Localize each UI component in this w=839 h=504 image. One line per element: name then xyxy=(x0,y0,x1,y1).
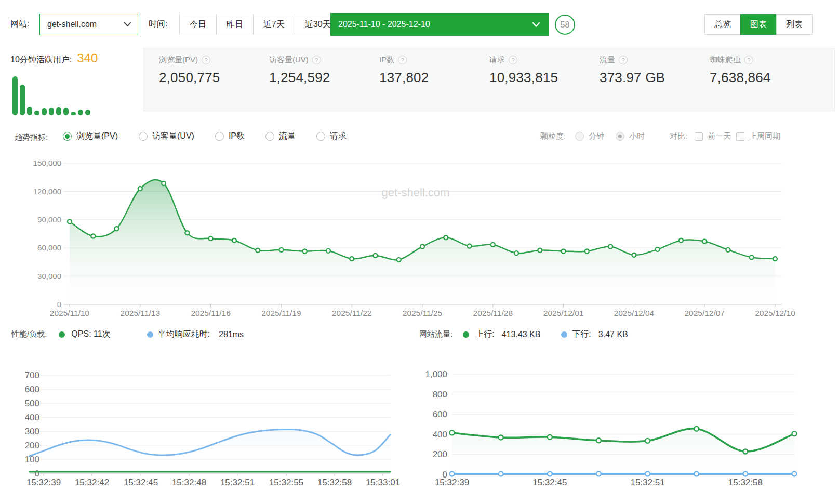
stat-card: 访客量(UV)?1,254,592 xyxy=(254,55,364,86)
svg-text:700: 700 xyxy=(25,370,39,380)
date-range-value: 2025-11-10 - 2025-12-10 xyxy=(338,20,430,29)
activity-bar xyxy=(56,107,61,115)
help-icon[interactable]: ? xyxy=(744,56,753,64)
stat-value: 373.97 GB xyxy=(600,70,695,86)
option-label: 请求 xyxy=(330,131,347,142)
view-tab-chart[interactable]: 图表 xyxy=(740,14,777,35)
stat-label: 浏览量(PV) xyxy=(159,55,198,65)
radio-icon xyxy=(575,132,584,141)
checkbox-icon xyxy=(695,132,703,141)
svg-text:800: 800 xyxy=(433,390,447,400)
activity-bar xyxy=(42,108,47,115)
stat-label: 流量 xyxy=(600,55,615,65)
performance-chart[interactable]: 010020030040050060070015:32:3915:32:4215… xyxy=(0,353,410,501)
activity-bar xyxy=(85,110,90,115)
compare-option-0[interactable]: 前一天 xyxy=(695,131,731,141)
activity-bar xyxy=(20,85,25,115)
stat-value: 1,254,592 xyxy=(269,70,364,86)
svg-text:get-shell.com: get-shell.com xyxy=(382,186,450,199)
help-icon[interactable]: ? xyxy=(398,56,407,64)
time-range-group: 今日昨日近7天近30天 xyxy=(179,14,341,35)
svg-text:15:32:58: 15:32:58 xyxy=(728,478,763,487)
active-users-sparkline xyxy=(12,76,90,115)
stat-card: 浏览量(PV)?2,050,775 xyxy=(144,55,254,86)
svg-text:400: 400 xyxy=(25,413,39,422)
activity-bar xyxy=(78,110,83,115)
activity-bar xyxy=(63,108,69,115)
trend-metric-option-0[interactable]: 浏览量(PV) xyxy=(63,131,118,142)
svg-text:60,000: 60,000 xyxy=(37,243,61,252)
trend-metric-option-4[interactable]: 请求 xyxy=(316,131,347,142)
stat-label: 访客量(UV) xyxy=(269,55,309,65)
downstream-dot-icon xyxy=(561,331,567,338)
upstream-dot-icon xyxy=(463,331,469,338)
time-button-0[interactable]: 今日 xyxy=(179,14,217,35)
active-users-label: 10分钟活跃用户: xyxy=(10,55,72,65)
pv-trend-chart[interactable]: 030,00060,00090,000120,000150,0002025/11… xyxy=(0,151,839,322)
activity-bar xyxy=(49,108,54,115)
granularity-option-0[interactable]: 分钟 xyxy=(575,131,604,141)
view-tab-list[interactable]: 列表 xyxy=(776,14,813,35)
svg-text:30,000: 30,000 xyxy=(37,272,61,281)
stat-card: 流量?373.97 GB xyxy=(584,55,695,86)
svg-text:15:33:01: 15:33:01 xyxy=(366,478,400,487)
option-label: 流量 xyxy=(279,131,296,142)
svg-text:200: 200 xyxy=(25,441,39,450)
trend-metric-option-2[interactable]: IP数 xyxy=(215,131,245,142)
svg-text:15:32:55: 15:32:55 xyxy=(269,478,303,487)
chevron-down-icon xyxy=(532,22,540,28)
time-button-1[interactable]: 昨日 xyxy=(216,14,254,35)
radio-icon xyxy=(63,132,72,141)
help-icon[interactable]: ? xyxy=(202,56,210,64)
granularity-option-1[interactable]: 小时 xyxy=(616,131,645,141)
stat-card: 蜘蛛爬虫?7,638,864 xyxy=(695,55,805,86)
trend-metric-option-1[interactable]: 访客量(UV) xyxy=(139,131,194,142)
svg-text:500: 500 xyxy=(25,399,39,408)
checkbox-icon xyxy=(736,132,744,141)
help-icon[interactable]: ? xyxy=(619,56,628,64)
compare-label: 对比: xyxy=(670,131,687,141)
qps-dot-icon xyxy=(59,331,65,338)
svg-text:2025/11/22: 2025/11/22 xyxy=(332,309,371,317)
svg-text:600: 600 xyxy=(433,409,447,419)
refresh-countdown: 58 xyxy=(555,15,575,35)
activity-bar xyxy=(27,107,32,115)
option-label: 分钟 xyxy=(589,131,604,141)
svg-text:2025/12/04: 2025/12/04 xyxy=(614,309,655,317)
option-label: 浏览量(PV) xyxy=(76,131,118,142)
website-select-value: get-shell.com xyxy=(47,20,97,29)
svg-text:15:32:58: 15:32:58 xyxy=(317,478,352,487)
help-icon[interactable]: ? xyxy=(312,56,321,64)
radio-icon xyxy=(265,132,274,141)
option-label: 小时 xyxy=(629,131,645,141)
trend-metric-option-3[interactable]: 流量 xyxy=(265,131,296,142)
stat-value: 7,638,864 xyxy=(710,70,805,86)
svg-text:2025/12/01: 2025/12/01 xyxy=(543,309,584,317)
traffic-legend-label: 网站流量: xyxy=(419,329,452,339)
view-tab-overview[interactable]: 总览 xyxy=(704,14,741,35)
svg-text:150,000: 150,000 xyxy=(33,158,61,167)
qps-legend-value: QPS: 11次 xyxy=(71,329,110,340)
radio-icon xyxy=(616,132,624,141)
active-users: 10分钟活跃用户: 340 xyxy=(10,51,98,65)
svg-text:600: 600 xyxy=(25,384,39,394)
svg-text:2025/11/16: 2025/11/16 xyxy=(191,309,230,317)
date-range-button[interactable]: 2025-11-10 - 2025-12-10 xyxy=(330,13,549,36)
website-select[interactable]: get-shell.com xyxy=(39,14,138,35)
svg-text:1,000: 1,000 xyxy=(425,369,447,379)
svg-text:2025/11/13: 2025/11/13 xyxy=(121,309,160,317)
traffic-chart[interactable]: 02004006008001,00015:32:3915:32:4515:32:… xyxy=(413,353,839,501)
svg-text:15:32:51: 15:32:51 xyxy=(220,478,255,487)
performance-legend-label: 性能/负载: xyxy=(11,329,47,339)
compare-options: 前一天上周同期 xyxy=(695,131,780,141)
stat-card: 请求?10,933,815 xyxy=(474,55,584,86)
response-time-value: 281ms xyxy=(219,330,244,339)
option-label: 上周同期 xyxy=(749,131,780,141)
response-time-label: 平均响应耗时: xyxy=(158,329,210,340)
svg-text:2025/11/10: 2025/11/10 xyxy=(50,309,90,317)
compare-option-1[interactable]: 上周同期 xyxy=(736,131,780,141)
time-button-2[interactable]: 近7天 xyxy=(253,14,295,35)
activity-bar xyxy=(12,76,18,115)
refresh-countdown-value: 58 xyxy=(561,20,570,30)
help-icon[interactable]: ? xyxy=(509,56,517,64)
